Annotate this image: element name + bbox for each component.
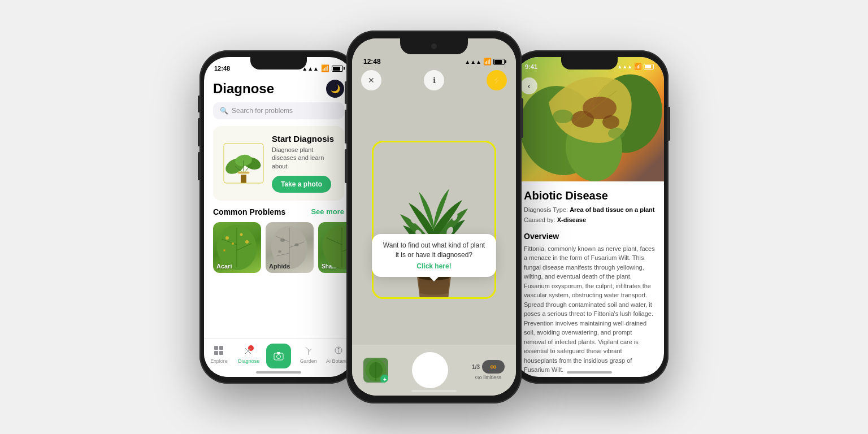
diagnose-nav-icon (242, 344, 255, 357)
center-battery (493, 59, 505, 65)
problem-card-aphids[interactable]: Aphids (266, 222, 314, 273)
svg-rect-33 (219, 351, 223, 355)
camera-tooltip: Want to find out what kind of plant it i… (372, 234, 496, 277)
diagnosis-type-label: Diagnosis Type: (524, 206, 568, 213)
plant-svg (221, 141, 266, 186)
camera-bottom: + 1/3 ∞ Go limitless (352, 345, 516, 396)
add-icon: + (380, 375, 388, 383)
flash-icon: ⚡ (492, 76, 502, 85)
svg-rect-36 (277, 352, 280, 354)
center-status-time: 12:48 (363, 58, 381, 66)
banner-subtitle: Diagnose plant diseases and learn about (272, 146, 336, 170)
home-indicator (256, 371, 301, 374)
camera-controls-top: ✕ ℹ ⚡ (352, 68, 516, 95)
aphids-bg: Aphids (266, 222, 314, 273)
nav-garden-label: Garden (300, 358, 317, 364)
right-phone: 9:41 ▲▲▲ 📶 ‹ (510, 50, 669, 384)
center-phone-screen: 12:48 ▲▲▲ 📶 ✕ ℹ ⚡ (352, 38, 516, 396)
plant-view: Want to find out what kind of plant it i… (352, 95, 516, 345)
svg-point-38 (337, 348, 339, 350)
aphids-label: Aphids (269, 263, 290, 270)
svg-rect-34 (274, 353, 283, 360)
svg-point-13 (225, 236, 229, 240)
banner-content: Start Diagnosis Diagnose plant diseases … (272, 134, 336, 193)
status-time: 12:48 (214, 65, 230, 72)
svg-point-16 (245, 240, 249, 244)
center-home-indicator (411, 390, 457, 392)
search-placeholder: Search for problems (232, 107, 293, 115)
camera-button[interactable] (266, 344, 291, 368)
nav-diagnose[interactable]: Diagnose (234, 344, 264, 364)
tooltip-text: Want to find out what kind of plant it i… (381, 241, 487, 260)
see-more-link[interactable]: See more (311, 207, 344, 216)
svg-point-60 (608, 128, 625, 139)
diagnosis-type-value: Area of bad tissue on a plant (570, 206, 654, 213)
center-wifi: 📶 (483, 58, 492, 66)
sha-label: Sha... (322, 263, 337, 270)
disease-screen: 9:41 ▲▲▲ 📶 ‹ (515, 57, 664, 377)
disease-leaf-svg (515, 57, 664, 181)
problem-card-acari[interactable]: Acari (213, 222, 261, 273)
problems-grid: Acari (204, 222, 353, 273)
garden-icon (302, 344, 315, 357)
right-status-time: 9:41 (525, 63, 537, 70)
ai-icon (332, 344, 345, 357)
explore-icon (212, 344, 225, 357)
close-button[interactable]: ✕ (361, 70, 381, 90)
svg-rect-30 (214, 346, 218, 350)
nav-camera[interactable] (264, 344, 294, 368)
svg-point-35 (276, 355, 280, 359)
info-button[interactable]: ℹ (424, 70, 444, 90)
phones-container: 12:48 ▲▲▲ 📶 Diagnose 🌙 🔍 Search for prob… (0, 0, 868, 434)
acari-bg: Acari (213, 222, 261, 273)
moon-icon[interactable]: 🌙 (326, 80, 344, 98)
notch (250, 57, 307, 70)
diagnose-header: Diagnose 🌙 (204, 77, 353, 102)
thumb-preview[interactable]: + (363, 358, 388, 383)
close-icon: ✕ (368, 76, 375, 85)
right-phone-screen: 9:41 ▲▲▲ 📶 ‹ (515, 57, 664, 377)
monstera-plant (369, 129, 499, 310)
left-phone: 12:48 ▲▲▲ 📶 Diagnose 🌙 🔍 Search for prob… (199, 50, 358, 384)
diagnose-screen: 12:48 ▲▲▲ 📶 Diagnose 🌙 🔍 Search for prob… (204, 57, 353, 377)
banner-title: Start Diagnosis (272, 134, 336, 144)
svg-point-56 (602, 115, 619, 129)
limitless-label: Go limitless (475, 375, 502, 380)
svg-point-15 (232, 242, 234, 245)
svg-rect-0 (241, 175, 246, 183)
caused-by-value: X-disease (557, 216, 586, 223)
caused-by: Caused by: X-disease (524, 216, 655, 224)
page-title: Diagnose (213, 81, 274, 97)
svg-point-17 (223, 249, 225, 251)
take-photo-button[interactable]: Take a photo (272, 176, 331, 193)
right-status-right: ▲▲▲ 📶 (617, 63, 654, 70)
flash-button[interactable]: ⚡ (487, 70, 507, 90)
search-icon: 🔍 (220, 107, 228, 115)
camera-screen: 12:48 ▲▲▲ 📶 ✕ ℹ ⚡ (352, 38, 516, 396)
overview-text: Fittonia, commonly known as nerve plant,… (524, 244, 655, 375)
right-notch (561, 57, 618, 70)
svg-point-23 (280, 238, 285, 242)
limitless-button[interactable]: 1/3 ∞ Go limitless (472, 360, 505, 380)
svg-point-14 (240, 233, 243, 236)
center-status-right: ▲▲▲ 📶 (465, 58, 505, 66)
center-notch (400, 38, 468, 54)
nav-explore[interactable]: Explore (204, 344, 234, 364)
tooltip-link[interactable]: Click here! (381, 262, 487, 270)
nav-garden[interactable]: Garden (293, 344, 323, 364)
banner-image (221, 141, 266, 186)
diagnosis-type: Diagnosis Type: Area of bad tissue on a … (524, 206, 655, 214)
infinity-icon: ∞ (482, 360, 505, 374)
shutter-button[interactable] (412, 352, 448, 388)
svg-point-59 (553, 110, 573, 123)
start-diagnosis-banner: Start Diagnosis Diagnose plant diseases … (213, 126, 344, 201)
overview-title: Overview (524, 232, 655, 241)
acari-label: Acari (216, 263, 232, 270)
infinity-symbol: ∞ (490, 362, 496, 372)
caused-by-label: Caused by: (524, 216, 555, 223)
svg-point-55 (571, 111, 594, 128)
center-phone: 12:48 ▲▲▲ 📶 ✕ ℹ ⚡ (346, 31, 522, 403)
info-icon: ℹ (433, 76, 436, 85)
search-bar[interactable]: 🔍 Search for problems (213, 102, 344, 119)
nav-diagnose-label: Diagnose (238, 358, 259, 364)
